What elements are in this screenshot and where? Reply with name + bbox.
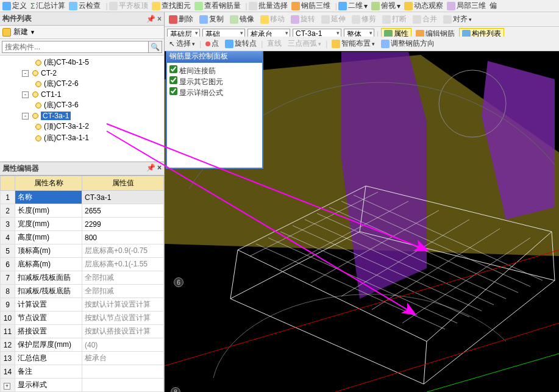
- select-button[interactable]: ↖选择▾: [167, 38, 197, 49]
- search-button[interactable]: 🔍: [149, 41, 162, 53]
- expand-toggle[interactable]: -: [22, 113, 29, 119]
- prop-value[interactable]: 全部扣减: [82, 285, 164, 298]
- tool-cloud-check[interactable]: 云检查: [69, 1, 101, 11]
- prop-value[interactable]: 按默认搭接设置计算: [82, 325, 164, 338]
- opt-show-others-checkbox[interactable]: [169, 76, 177, 84]
- tree-node[interactable]: -CT-3a-1: [0, 111, 164, 121]
- tool-offset[interactable]: 偏: [490, 1, 497, 11]
- opt-show-formula-checkbox[interactable]: [169, 87, 177, 95]
- prop-value[interactable]: 800: [82, 231, 164, 244]
- point-button[interactable]: 点: [204, 38, 221, 49]
- rebar-display-panel-title[interactable]: 钢筋显示控制面板: [167, 50, 262, 63]
- tool-local-3d[interactable]: 局部三维: [447, 1, 486, 11]
- property-row[interactable]: 8扣减板/筏板底筋全部扣减: [1, 285, 164, 298]
- prop-value[interactable]: 全部扣减: [82, 271, 164, 285]
- mirror-button[interactable]: 镜像: [228, 13, 256, 25]
- tree-node[interactable]: (底)CT-4b-1-5: [0, 57, 164, 68]
- prop-value[interactable]: (40): [82, 338, 164, 352]
- property-row[interactable]: +显示样式: [1, 379, 164, 392]
- prop-name: 扣减板/筏板底筋: [15, 285, 82, 298]
- tool-2d[interactable]: 二维▾: [338, 1, 368, 11]
- property-row[interactable]: 13汇总信息桩承台: [1, 352, 164, 365]
- tree-label[interactable]: CT-3a-1: [41, 112, 71, 120]
- prop-value[interactable]: 按默认节点设置计算: [82, 312, 164, 325]
- tool-rebar-3d[interactable]: 钢筋三维: [291, 1, 330, 11]
- tree-label[interactable]: (底)CT-3a-1-1: [44, 133, 89, 143]
- break-button[interactable]: 打断: [380, 13, 408, 25]
- trim-button[interactable]: 修剪: [350, 13, 378, 25]
- property-row[interactable]: 7扣减板/筏板面筋全部扣减: [1, 271, 164, 285]
- property-row[interactable]: 12保护层厚度(mm)(40): [1, 338, 164, 352]
- property-row[interactable]: 5顶标高(m)层底标高+0.9(-0.75: [1, 244, 164, 258]
- property-row[interactable]: 9计算设置按默认计算设置计算: [1, 298, 164, 312]
- property-row[interactable]: 2长度(mm)2655: [1, 204, 164, 218]
- tree-label[interactable]: (顶)CT-3a-1-2: [44, 121, 89, 132]
- tree-label[interactable]: (底)CT-2-6: [44, 79, 79, 89]
- opt-show-formula[interactable]: 显示详细公式: [169, 87, 260, 98]
- prop-value[interactable]: 层底标高+0.9(-0.75: [82, 244, 164, 258]
- property-row[interactable]: 3宽度(mm)2299: [1, 218, 164, 231]
- expand-toggle[interactable]: -: [22, 91, 29, 98]
- property-row[interactable]: 11搭接设置按默认搭接设置计算: [1, 325, 164, 338]
- tree-label[interactable]: (底)CT-3-6: [44, 100, 79, 110]
- prop-value[interactable]: 层底标高+0.1(-1.55: [82, 258, 164, 271]
- pin-icon[interactable]: 📌 ×: [146, 15, 162, 23]
- tool-sum-calc[interactable]: Σ汇总计算: [30, 1, 65, 11]
- tree-label[interactable]: CT1-1: [41, 90, 61, 99]
- copy-button[interactable]: 复制: [198, 13, 226, 25]
- arc-button[interactable]: 三点画弧▾: [286, 38, 323, 49]
- line-button[interactable]: 直线: [265, 38, 283, 49]
- tool-view-rebar-qty[interactable]: 查看钢筋量: [194, 1, 241, 11]
- property-row[interactable]: 4高度(mm)800: [1, 231, 164, 244]
- tree-node[interactable]: -CT1-1: [0, 90, 164, 99]
- close-icon[interactable]: ×: [157, 163, 162, 172]
- tool-batch-select[interactable]: 批量选择: [249, 1, 288, 11]
- rebar-display-panel[interactable]: 钢筋显示控制面板 桩间连接筋 显示其它图元 显示详细公式: [166, 49, 263, 169]
- opt-show-others[interactable]: 显示其它图元: [169, 76, 260, 87]
- align-button[interactable]: 对齐▾: [441, 13, 474, 25]
- prop-value[interactable]: 按默认计算设置计算: [82, 298, 164, 312]
- property-table[interactable]: 属性名称 属性值 1名称CT-3a-12长度(mm)26553宽度(mm)229…: [0, 176, 164, 392]
- tree-node[interactable]: (顶)CT-3a-1-2: [0, 121, 164, 132]
- tool-define[interactable]: 定义: [2, 1, 27, 11]
- opt-pile-connect[interactable]: 桩间连接筋: [169, 65, 260, 76]
- prop-value[interactable]: [82, 379, 164, 392]
- move-button[interactable]: 移动: [258, 13, 287, 25]
- tree-label[interactable]: CT-2: [41, 69, 57, 77]
- viewport[interactable]: 删除 复制 镜像 移动 旋转 延伸 修剪 打断 合并 对齐▾ 基础层 基础 桩承…: [165, 12, 559, 392]
- prop-value[interactable]: 2299: [82, 218, 164, 231]
- rotate-point-button[interactable]: 旋转点: [223, 38, 258, 49]
- rotate-button[interactable]: 旋转: [289, 13, 317, 25]
- opt-pile-connect-checkbox[interactable]: [169, 65, 177, 73]
- expand-toggle[interactable]: +: [4, 383, 10, 390]
- prop-name: 顶标高(m): [15, 244, 82, 258]
- prop-value[interactable]: CT-3a-1: [82, 191, 164, 204]
- new-button[interactable]: 新建 ▼: [2, 27, 35, 37]
- property-row[interactable]: 6底标高(m)层底标高+0.1(-1.55: [1, 258, 164, 271]
- prop-value[interactable]: [82, 365, 164, 379]
- close-icon[interactable]: ×: [157, 15, 162, 23]
- pin-icon[interactable]: 📌: [146, 163, 155, 172]
- tree-label[interactable]: (底)CT-4b-1-5: [44, 57, 89, 68]
- tree-node[interactable]: (底)CT-3a-1-1: [0, 132, 164, 144]
- property-row[interactable]: 10节点设置按默认节点设置计算: [1, 312, 164, 325]
- adjust-rebar-dir-button[interactable]: 调整钢筋方向: [379, 38, 436, 49]
- component-tree[interactable]: (底)CT-4b-1-5-CT-2(底)CT-2-6-CT1-1(底)CT-3-…: [0, 55, 164, 162]
- prop-value[interactable]: 桩承台: [82, 352, 164, 365]
- property-row[interactable]: 1名称CT-3a-1: [1, 191, 164, 204]
- search-input[interactable]: [2, 41, 149, 53]
- prop-value[interactable]: 2655: [82, 204, 164, 218]
- tool-find-element[interactable]: 查找图元: [152, 1, 191, 11]
- delete-button[interactable]: 删除: [167, 13, 195, 25]
- extend-button[interactable]: 延伸: [319, 13, 347, 25]
- tree-node[interactable]: (底)CT-3-6: [0, 99, 164, 111]
- tree-node[interactable]: (底)CT-2-6: [0, 78, 164, 90]
- tool-orbit[interactable]: 动态观察: [404, 1, 443, 11]
- property-row[interactable]: 14备注: [1, 365, 164, 379]
- tool-flush-slab[interactable]: 平齐板顶: [109, 1, 148, 11]
- expand-toggle[interactable]: -: [22, 70, 29, 77]
- tool-top-view[interactable]: 俯视▾: [371, 1, 401, 11]
- tree-node[interactable]: -CT-2: [0, 68, 164, 78]
- merge-button[interactable]: 合并: [411, 13, 439, 25]
- smart-layout-button[interactable]: 智能布置▾: [330, 38, 377, 49]
